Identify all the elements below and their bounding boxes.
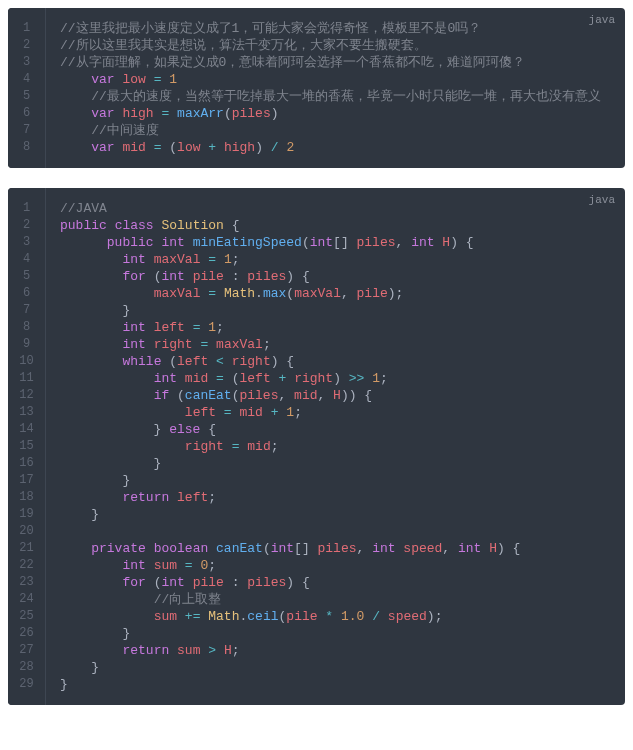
token-nu: 2 (286, 140, 294, 155)
token-p (146, 541, 154, 556)
token-op: + (271, 405, 279, 420)
code-line: } (60, 302, 611, 319)
line-number: 8 (8, 319, 45, 336)
line-number: 11 (8, 370, 45, 387)
line-number: 26 (8, 625, 45, 642)
token-p: ( (302, 235, 310, 250)
code-line: int sum = 0; (60, 557, 611, 574)
token-va: high (224, 140, 255, 155)
token-p (185, 575, 193, 590)
token-ty: int (271, 541, 294, 556)
token-va: right (154, 337, 193, 352)
token-p (169, 643, 177, 658)
token-va: mid (247, 439, 270, 454)
code-line: //JAVA (60, 200, 611, 217)
token-p (107, 218, 115, 233)
code-line: while (left < right) { (60, 353, 611, 370)
token-va: pile (193, 269, 224, 284)
token-p: { (224, 218, 240, 233)
token-op: = (185, 558, 193, 573)
line-number: 3 (8, 234, 45, 251)
code-content[interactable]: //这里我把最小速度定义成了1，可能大家会觉得奇怪，模板里不是0吗？//所以这里… (46, 8, 625, 168)
token-fn: minEatingSpeed (193, 235, 302, 250)
token-va: high (122, 106, 153, 121)
token-nu: 1 (372, 371, 380, 386)
token-kw: var (91, 72, 114, 87)
line-number: 8 (8, 139, 45, 156)
token-va: low (177, 140, 200, 155)
line-number: 14 (8, 421, 45, 438)
line-number: 17 (8, 472, 45, 489)
token-p: ( (146, 269, 162, 284)
token-p (208, 541, 216, 556)
code-line: //从字面理解，如果定义成0，意味着阿珂会选择一个香蕉都不吃，难道阿珂傻？ (60, 54, 611, 71)
token-p: ; (232, 252, 240, 267)
token-p (60, 490, 122, 505)
code-line: //所以这里我其实是想说，算法千变万化，大家不要生搬硬套。 (60, 37, 611, 54)
token-va: maxVal (216, 337, 263, 352)
token-p (185, 269, 193, 284)
token-va: left (239, 371, 270, 386)
line-number: 23 (8, 574, 45, 591)
line-number: 29 (8, 676, 45, 693)
token-cls: Solution (161, 218, 223, 233)
token-p (60, 320, 122, 335)
token-p: ) (333, 371, 349, 386)
token-p (169, 490, 177, 505)
token-p (60, 89, 91, 104)
code-line: //这里我把最小速度定义成了1，可能大家会觉得奇怪，模板里不是0吗？ (60, 20, 611, 37)
line-number: 2 (8, 37, 45, 54)
token-c: //这里我把最小速度定义成了1，可能大家会觉得奇怪，模板里不是0吗？ (60, 21, 481, 36)
token-p: ; (263, 337, 271, 352)
token-va: right (294, 371, 333, 386)
token-va: speed (388, 609, 427, 624)
token-p: ; (216, 320, 224, 335)
code-content[interactable]: //JAVApublic class Solution { public int… (46, 188, 625, 705)
token-kw: for (122, 575, 145, 590)
token-p (216, 140, 224, 155)
code-line: } (60, 676, 611, 693)
line-number: 7 (8, 122, 45, 139)
token-va: mid (185, 371, 208, 386)
token-p (60, 106, 91, 121)
code-line: } (60, 455, 611, 472)
token-p: } (60, 422, 169, 437)
token-p (60, 72, 91, 87)
token-p: ; (271, 439, 279, 454)
token-va: sum (154, 609, 177, 624)
token-p (169, 106, 177, 121)
token-p (60, 354, 122, 369)
token-p: } (60, 626, 130, 641)
token-p: , (341, 286, 357, 301)
token-p (224, 439, 232, 454)
line-number: 1 (8, 20, 45, 37)
token-nu: 1 (224, 252, 232, 267)
token-p (60, 524, 68, 539)
token-p (286, 371, 294, 386)
token-ty: int (458, 541, 481, 556)
language-tag: java (589, 194, 615, 206)
token-p: , (318, 388, 334, 403)
line-number: 9 (8, 336, 45, 353)
token-p (60, 541, 91, 556)
token-op: > (208, 643, 216, 658)
token-fn: canEat (185, 388, 232, 403)
line-number: 13 (8, 404, 45, 421)
line-number: 1 (8, 200, 45, 217)
token-p: ; (294, 405, 302, 420)
token-kw: if (154, 388, 170, 403)
token-p (208, 337, 216, 352)
token-p (146, 72, 154, 87)
token-p (177, 371, 185, 386)
code-line: int left = 1; (60, 319, 611, 336)
token-va: low (122, 72, 145, 87)
token-p (146, 558, 154, 573)
token-p (208, 371, 216, 386)
token-nu: 1.0 (341, 609, 364, 624)
code-line: } (60, 659, 611, 676)
token-nu: 1 (286, 405, 294, 420)
token-ty: int (154, 371, 177, 386)
token-p: } (60, 507, 99, 522)
line-number: 4 (8, 71, 45, 88)
line-number: 20 (8, 523, 45, 540)
